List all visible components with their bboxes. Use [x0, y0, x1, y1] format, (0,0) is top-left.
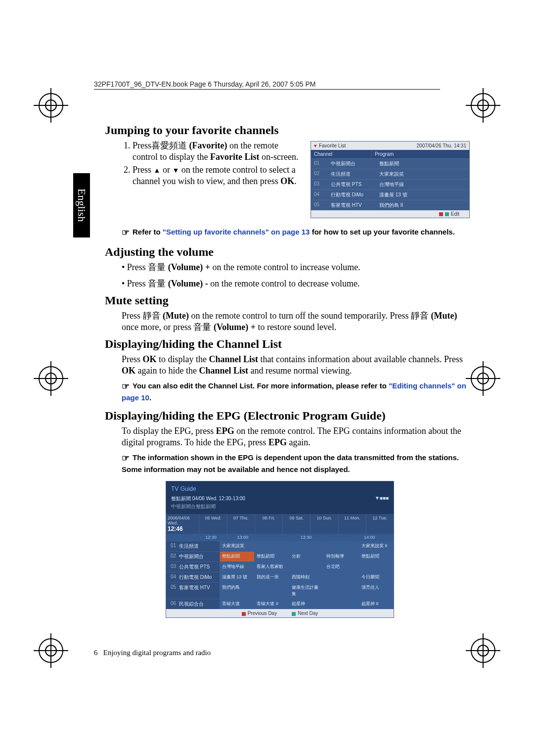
epg-prev-day: Previous Day	[242, 611, 277, 616]
heading-favorite: Jumping to your favorite channels	[105, 124, 470, 137]
up-arrow-icon: ▲	[154, 167, 161, 174]
heading-mute: Mute setting	[105, 294, 470, 307]
fav-edit: Edit	[451, 211, 459, 217]
fav-row: 03公共電視 PTS台灣地平線	[311, 179, 469, 189]
epg-row: 01生活頻道大家來說笑大家來說笑 II	[166, 541, 394, 551]
epg-row: 05客家電視 HTV我們的島健康生活計畫集漂亮佳人	[166, 582, 394, 599]
crop-mark-icon	[471, 93, 495, 118]
heading-volume: Adjusting the volume	[105, 245, 470, 259]
volume-increase: • Press 音量 (Volume) + on the remote cont…	[122, 262, 470, 273]
down-arrow-icon: ▼	[172, 167, 179, 174]
note-edit-channels: ☞You can also edit the Channel List. For…	[122, 381, 470, 402]
mute-text: Press 靜音 (Mute) on the remote control to…	[122, 310, 470, 332]
epg-screenshot: TV Guide 整點新聞 04/06 Wed. 12:30-13:00▼■■■…	[166, 481, 394, 618]
fav-row: 04行動電視 DiMo漫畫屋 13 號	[311, 189, 469, 200]
note-icon: ☞	[122, 227, 130, 238]
volume-decrease: • Press 音量 (Volume) - on the remote cont…	[122, 278, 470, 289]
epg-title: TV Guide	[171, 485, 389, 492]
heart-icon: ♥	[314, 143, 317, 148]
fav-title: Favorite List	[319, 143, 346, 148]
heading-channel-list: Displaying/hiding the Channel List	[105, 337, 470, 351]
fav-row: 01中視新聞台整點新聞	[311, 158, 469, 169]
header-rule	[94, 89, 440, 90]
epg-row: 04行動電視 DiMo漫畫屋 13 號我的這一班西陽時刻今日樂聞	[166, 572, 394, 582]
note-icon: ☞	[122, 453, 130, 464]
crop-mark-icon	[39, 93, 63, 118]
pdf-header: 32PF1700T_96_DTV-EN.book Page 6 Thursday…	[94, 80, 316, 88]
note-favorite-setup: ☞Refer to "Setting up favorite channels"…	[122, 227, 470, 238]
language-tab: English	[73, 173, 90, 237]
note-epg-info: ☞The information shown in the EPG is dep…	[122, 453, 470, 474]
crop-mark-icon	[471, 366, 495, 391]
note-icon: ☞	[122, 381, 130, 392]
epg-text: To display the EPG, press EPG on the rem…	[122, 425, 470, 448]
channel-list-text: Press OK to display the Channel List tha…	[122, 354, 470, 376]
fav-row: 02生活頻道大家來說笑	[311, 169, 469, 179]
fav-col-program: Program	[372, 150, 397, 158]
fav-col-channel: Channel	[311, 150, 372, 158]
epg-row: 02中視新聞台整點新聞整點新聞分析特別報導整點新聞	[166, 551, 394, 562]
crop-mark-icon	[39, 366, 63, 391]
favorite-list-screenshot: ♥Favorite List 2007/04/26 Thu. 14:31 Cha…	[311, 141, 470, 218]
page-footer: 6 Enjoying digital programs and radio	[94, 649, 211, 657]
fav-date: 2007/04/26 Thu. 14:31	[417, 143, 466, 148]
heading-epg: Displaying/hiding the EPG (Electronic Pr…	[105, 409, 470, 423]
epg-row: 03公共電視 PTS台灣地平線客家人客家歌台北吧	[166, 562, 394, 572]
fav-row: 05客家電視 HTV我們的島 II	[311, 200, 469, 210]
crop-mark-icon	[471, 638, 495, 663]
epg-row: 06民視綜合台青椒大道青椒大道 II超星神超星神 II	[166, 599, 394, 609]
epg-next-day: Next Day	[292, 611, 318, 616]
crop-mark-icon	[39, 638, 63, 663]
